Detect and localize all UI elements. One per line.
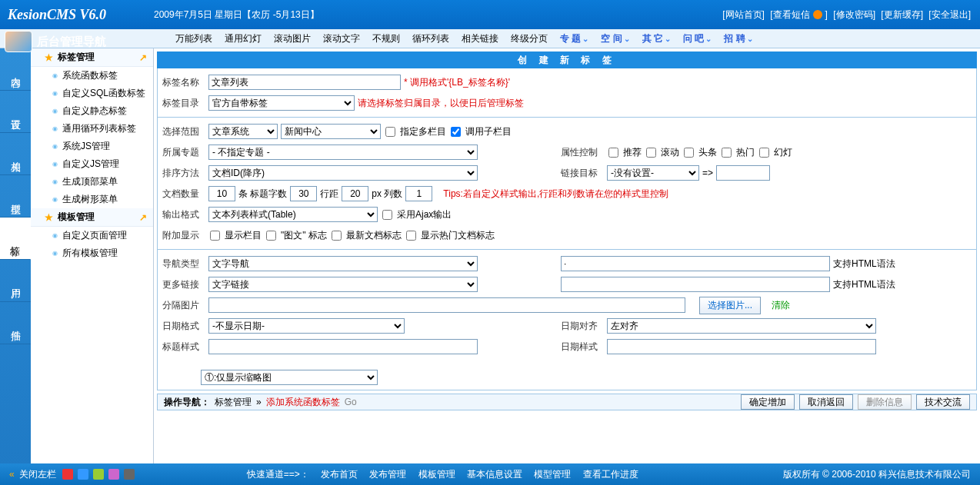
navtab[interactable]: 滚动文字 [323, 32, 360, 45]
select-topic[interactable]: - 不指定专题 - [208, 145, 478, 160]
cb-ex1[interactable] [210, 231, 220, 241]
select-navtype[interactable]: 文字导航 [208, 256, 478, 271]
select-morelink[interactable]: 文字链接 [208, 277, 478, 292]
chevron-down-icon: ⌄ [624, 35, 630, 43]
input-titlelen[interactable] [290, 186, 317, 201]
cb-attr-rec[interactable] [608, 148, 618, 158]
input-linktarget-extra[interactable] [716, 165, 770, 181]
label-count: 文档数量 [162, 188, 205, 201]
navtab[interactable]: 问 吧⌄ [683, 32, 712, 45]
navtab[interactable]: 专 题⌄ [560, 32, 588, 45]
breadcrumb-b[interactable]: 添加系统函数标签 [266, 396, 340, 409]
quick-link[interactable]: 模板管理 [418, 469, 455, 480]
navtab[interactable]: 招 聘⌄ [724, 32, 752, 45]
input-tag-name[interactable] [208, 75, 401, 90]
label-datestyle: 日期样式 [561, 340, 604, 354]
clear-link[interactable]: 清除 [772, 299, 790, 312]
sidebar-item[interactable]: 自定义JS管理 [31, 155, 153, 173]
cb-ajax[interactable] [382, 210, 392, 220]
cb-attr-head[interactable] [684, 148, 694, 158]
confirm-add-button[interactable]: 确定增加 [741, 394, 795, 410]
input-morelink-text[interactable] [561, 277, 830, 292]
input-titlestyle[interactable] [208, 339, 478, 354]
quick-lead: 快速通道==>： [247, 469, 309, 480]
navtab[interactable]: 终级分页 [511, 32, 548, 45]
ex3: 最新文档标志 [346, 229, 402, 242]
quick-link[interactable]: 模型管理 [534, 469, 571, 480]
sidebar-item[interactable]: 系统函数标签 [31, 67, 153, 85]
select-output[interactable]: 文本列表样式(Table) [208, 207, 378, 222]
input-count[interactable] [208, 186, 235, 201]
link-password[interactable]: [修改密码] [833, 9, 875, 20]
input-cols[interactable] [405, 186, 432, 201]
quick-link[interactable]: 发布首页 [321, 469, 358, 480]
quick-link[interactable]: 基本信息设置 [467, 469, 522, 480]
navtab[interactable]: 其 它⌄ [642, 32, 671, 45]
input-navhint[interactable] [561, 256, 830, 271]
lefttab-users[interactable]: 用户 [0, 260, 31, 302]
lefttab-model[interactable]: 模型 [0, 175, 31, 218]
sidebar-item[interactable]: 系统JS管理 [31, 138, 153, 155]
pick-image-button[interactable]: 选择图片... [699, 297, 761, 314]
cb-ex3[interactable] [332, 231, 342, 241]
select-datealign[interactable]: 左对齐 [607, 318, 876, 334]
select-range2[interactable]: 新闻中心 [281, 124, 381, 139]
select-dir[interactable]: 官方自带标签 [208, 95, 355, 111]
left-tab-rail: 内容 设置 相关 模型 标签 用户 插件 [0, 48, 31, 471]
tech-support-button[interactable]: 技术交流 [916, 394, 970, 410]
navtab[interactable]: 相关链接 [462, 32, 498, 45]
link-home[interactable]: [网站首页] [722, 9, 765, 20]
link-messages[interactable]: [查看短信 [770, 9, 809, 20]
navtab[interactable]: 循环列表 [412, 32, 449, 45]
navtab[interactable]: 空 间⌄ [601, 32, 629, 45]
quick-link[interactable]: 查看工作进度 [583, 469, 638, 480]
navtab[interactable]: 通用幻灯 [225, 32, 262, 45]
delete-info-button[interactable]: 删除信息 [858, 394, 912, 410]
cancel-back-button[interactable]: 取消返回 [799, 394, 853, 410]
cb-attr-scroll[interactable] [646, 148, 656, 158]
navtab[interactable]: 滚动图片 [274, 32, 311, 45]
breadcrumb-a[interactable]: 标签管理 [215, 396, 252, 409]
cb-attr-slide[interactable] [759, 148, 769, 158]
sidebar-item[interactable]: 通用循环列表标签 [31, 120, 153, 138]
cb-multi-column[interactable] [385, 127, 395, 137]
lefttab-plugins[interactable]: 插件 [0, 302, 31, 344]
status-icon [78, 469, 88, 480]
select-datefmt[interactable]: -不显示日期- [208, 318, 405, 334]
collapse-icon[interactable]: « [9, 469, 15, 480]
quick-link[interactable]: 发布管理 [369, 469, 406, 480]
sidebar-item[interactable]: 自定义页面管理 [31, 227, 153, 244]
text-htmlok: 支持HTML语法 [833, 257, 895, 271]
label-navtype: 导航类型 [162, 257, 205, 271]
navtab[interactable]: 万能列表 [175, 32, 212, 45]
lefttab-content[interactable]: 内容 [0, 48, 31, 91]
label-multi-column: 指定多栏目 [400, 125, 446, 138]
select-sort[interactable]: 文档ID(降序) [208, 165, 478, 181]
select-range1[interactable]: 文章系统 [208, 124, 278, 139]
input-datestyle[interactable] [607, 339, 876, 354]
link-refresh-cache[interactable]: [更新缓存] [881, 9, 923, 20]
cb-ex2[interactable] [266, 231, 276, 241]
navtab[interactable]: 不规则 [372, 32, 400, 45]
close-left-link[interactable]: 关闭左栏 [19, 468, 56, 481]
message-icon[interactable] [813, 10, 822, 19]
lefttab-related[interactable]: 相关 [0, 133, 31, 175]
select-linktarget[interactable]: -没有设置- [607, 165, 699, 181]
sidebar-item[interactable]: 生成树形菜单 [31, 191, 153, 208]
sidebar-item[interactable]: 自定义静态标签 [31, 102, 153, 120]
sidebar-item[interactable]: 所有模板管理 [31, 244, 153, 262]
cb-attr-hot[interactable] [722, 148, 732, 158]
cb-ex4[interactable] [406, 231, 416, 241]
cb-sub-column[interactable] [451, 127, 461, 137]
input-sepimg[interactable] [208, 297, 685, 313]
sidebar-group-templates[interactable]: 模板管理↗ [31, 208, 153, 227]
input-linegap[interactable] [342, 186, 368, 201]
lefttab-settings[interactable]: 设置 [0, 91, 31, 133]
select-thumb-option[interactable]: ①:仅显示缩略图 [201, 370, 378, 385]
sidebar-item[interactable]: 生成顶部菜单 [31, 173, 153, 191]
lefttab-tags[interactable]: 标签 [0, 218, 32, 260]
product-logo: KesionCMS V6.0 [8, 7, 154, 23]
link-logout[interactable]: [安全退出] [928, 9, 971, 20]
sidebar-item[interactable]: 自定义SQL函数标签 [31, 85, 153, 102]
label-ajax: 采用Ajax输出 [397, 208, 452, 221]
